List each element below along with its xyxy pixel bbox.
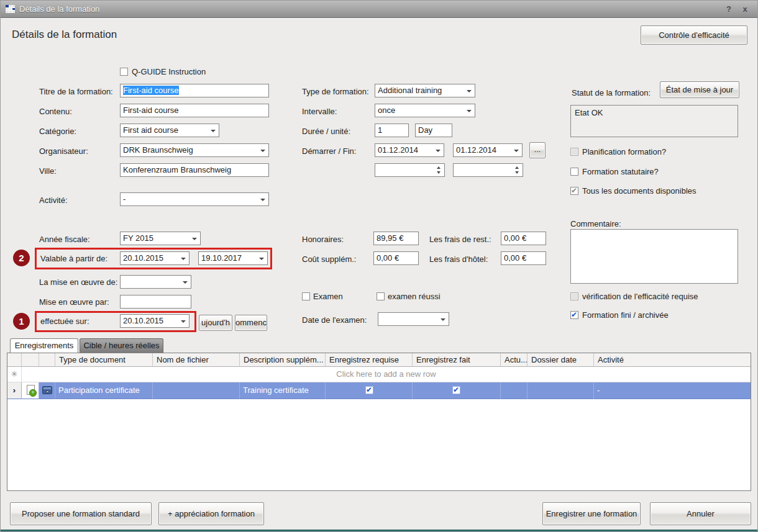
grid-header-activity[interactable]: Activité [594, 353, 751, 367]
done-checkbox[interactable] [452, 386, 460, 394]
training-details-dialog: Détails de la formation ? x Détails de l… [0, 0, 758, 532]
window-grid-icon [6, 5, 16, 14]
content-input[interactable]: First-aid course [120, 104, 269, 117]
verification-required-checkbox[interactable] [570, 292, 578, 300]
titlebar-divider [1, 18, 758, 19]
row-activity-cell[interactable]: - [594, 382, 751, 399]
propose-standard-training-button[interactable]: Proposer une formation standard [10, 502, 152, 525]
unit-input[interactable]: Day [415, 124, 452, 137]
close-button[interactable]: x [739, 4, 751, 15]
title-input[interactable]: First-aid course [120, 84, 269, 97]
implementation-by-label: Mise en œuvre par: [39, 297, 109, 307]
extra-cost-input[interactable]: 0,00 € [373, 251, 419, 265]
archived-checkbox[interactable] [570, 311, 578, 319]
spin-up-icon[interactable] [437, 166, 441, 169]
row-selector-arrow[interactable]: › [7, 382, 22, 399]
category-label: Catégorie: [39, 127, 76, 136]
row-attach-cell[interactable] [22, 382, 39, 399]
grid-header-dossier-date[interactable]: Dossier date [527, 353, 594, 367]
organizer-combo[interactable]: DRK Braunschweig [120, 143, 269, 157]
planning-checkbox[interactable] [570, 148, 578, 156]
start-date-combo[interactable]: 01.12.2014 [375, 143, 444, 157]
activity-label: Activité: [39, 196, 68, 205]
window-title: Détails de la formation [19, 4, 99, 14]
grid-header-actu[interactable]: Actu... [501, 353, 527, 367]
title-bar[interactable]: Détails de la formation ? x [1, 1, 758, 18]
step-badge-2: 2 [13, 250, 30, 266]
interval-label: Intervalle: [302, 107, 337, 116]
type-label: Type de formation: [302, 87, 369, 96]
grid-header-description[interactable]: Description supplém... [240, 353, 326, 367]
update-status-button[interactable]: État de mise à jour [660, 81, 739, 98]
end-date-combo[interactable]: 01.12.2014 [453, 143, 523, 157]
commence-button[interactable]: ommenc [235, 315, 267, 331]
exam-checkbox[interactable] [302, 292, 310, 300]
duration-input[interactable]: 1 [375, 124, 409, 137]
spin-down-icon[interactable] [437, 171, 441, 174]
row-description-cell[interactable]: Training certificate [240, 382, 326, 399]
exam-passed-label: examen réussi [388, 292, 441, 301]
content-label: Contenu: [39, 107, 72, 116]
grid-header-filename[interactable]: Nom de fichier [153, 353, 240, 367]
documents-available-checkbox[interactable] [570, 187, 578, 195]
valid-to-combo[interactable]: 19.10.2017 [198, 251, 268, 265]
spin-down-icon[interactable] [515, 171, 519, 174]
performed-on-combo[interactable]: 20.10.2015 [120, 314, 190, 328]
page-title: Détails de la formation [12, 29, 117, 41]
grid-header-icon2 [39, 353, 55, 367]
grid-header-required[interactable]: Enregistrez requise [326, 353, 413, 367]
cancel-button[interactable]: Annuler [650, 502, 751, 525]
title-value: First-aid course [123, 86, 179, 95]
chevron-down-icon [436, 150, 441, 152]
implementation-of-label: La mise en œuvre de: [39, 277, 117, 287]
row-type-cell[interactable]: Participation certificate [55, 382, 153, 399]
training-type-combo[interactable]: Additional training [375, 84, 475, 97]
organizer-value: DRK Braunschweig [123, 145, 193, 155]
comment-textarea[interactable] [570, 229, 738, 284]
documents-grid[interactable]: Type de document Nom de fichier Descript… [7, 353, 751, 491]
fees-input[interactable]: 89,95 € [373, 232, 419, 245]
activity-combo[interactable]: - [120, 192, 269, 206]
exam-passed-checkbox[interactable] [377, 292, 385, 300]
save-training-button[interactable]: Enregistrer une formation [542, 502, 641, 525]
statutory-checkbox[interactable] [570, 168, 578, 176]
interval-combo[interactable]: once [375, 104, 475, 117]
interval-value: once [378, 106, 395, 115]
end-time-spinner[interactable] [453, 163, 523, 177]
category-combo[interactable]: First aid course [120, 124, 219, 137]
chevron-down-icon [260, 199, 265, 201]
date-browse-button[interactable]: ... [529, 142, 546, 158]
efficiency-control-button[interactable]: Contrôle d'efficacité [641, 25, 747, 45]
chevron-down-icon [192, 238, 197, 240]
exam-date-combo[interactable] [378, 312, 449, 326]
today-button[interactable]: ujourd'h [199, 315, 232, 331]
implementation-by-input[interactable] [120, 295, 191, 309]
tab-target-hours[interactable]: Cible / heures réelles [80, 338, 163, 353]
chevron-down-icon [259, 258, 264, 260]
valid-from-combo[interactable]: 20.10.2015 [120, 251, 190, 265]
required-checkbox[interactable] [365, 386, 373, 394]
grid-header-type[interactable]: Type de document [55, 353, 153, 367]
row-dossier-date-cell[interactable] [527, 382, 594, 399]
row-filename-cell[interactable] [153, 382, 240, 399]
implementation-of-combo[interactable] [120, 275, 191, 289]
restaurant-costs-input[interactable]: 0,00 € [501, 232, 546, 245]
valid-from-value: 20.10.2015 [123, 253, 163, 263]
spin-up-icon[interactable] [515, 166, 519, 169]
fiscal-year-combo[interactable]: FY 2015 [120, 232, 201, 245]
preview-icon[interactable] [42, 386, 52, 394]
qguide-checkbox[interactable] [120, 68, 128, 76]
appreciation-training-button[interactable]: + appréciation formation [158, 502, 264, 525]
tab-records[interactable]: Enregistrements [10, 338, 78, 353]
help-button[interactable]: ? [723, 4, 735, 15]
performed-on-label: effectuée sur: [40, 317, 89, 326]
hotel-costs-input[interactable]: 0,00 € [501, 251, 546, 265]
new-row-prompt[interactable]: Click here to add a new row [22, 367, 751, 382]
start-time-spinner[interactable] [375, 163, 445, 177]
row-actu-cell[interactable] [501, 382, 527, 399]
attach-document-icon[interactable] [27, 385, 35, 395]
performed-on-value: 20.10.2015 [123, 316, 163, 325]
grid-header-done[interactable]: Enregistrez fait [413, 353, 501, 367]
city-input[interactable]: Konferenzraum Braunschweig [120, 163, 269, 177]
row-preview-cell[interactable] [39, 382, 55, 399]
